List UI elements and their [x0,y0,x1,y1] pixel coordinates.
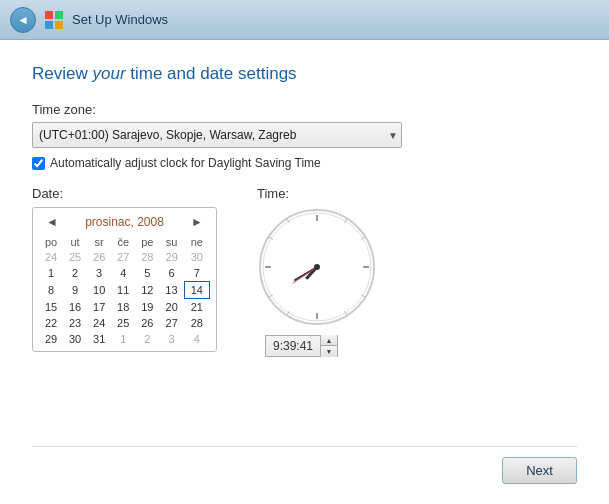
cal-day[interactable]: 3 [87,265,111,282]
time-spinners: ▲ ▼ [320,335,337,357]
cal-day[interactable]: 19 [135,299,159,316]
cal-day[interactable]: 30 [63,331,87,347]
calendar-section: Date: ◄ prosinac, 2008 ► po ut sr če pe [32,186,217,446]
cal-day[interactable]: 3 [159,331,184,347]
cal-day[interactable]: 18 [111,299,135,316]
calendar-grid: po ut sr če pe su ne 24 25 [39,235,210,347]
calendar-header: ◄ prosinac, 2008 ► [39,212,210,232]
cal-day[interactable]: 7 [184,265,209,282]
back-button[interactable]: ◄ [10,7,36,33]
cal-day[interactable]: 24 [39,249,63,265]
cal-day[interactable]: 17 [87,299,111,316]
cal-day[interactable]: 29 [159,249,184,265]
col-header-ut: ut [63,235,87,249]
cal-day[interactable]: 11 [111,282,135,299]
cal-day[interactable]: 16 [63,299,87,316]
cal-day[interactable]: 12 [135,282,159,299]
cal-day[interactable]: 21 [184,299,209,316]
cal-day[interactable]: 30 [184,249,209,265]
cal-day[interactable]: 4 [111,265,135,282]
cal-day[interactable]: 28 [135,249,159,265]
analog-clock [257,207,377,327]
footer: Next [32,446,577,484]
cal-day[interactable]: 28 [184,315,209,331]
cal-day[interactable]: 25 [111,315,135,331]
window-title: Set Up Windows [72,12,168,27]
timezone-label: Time zone: [32,102,577,117]
col-header-po: po [39,235,63,249]
table-row: 24 25 26 27 28 29 30 [39,249,210,265]
table-row: 29 30 31 1 2 3 4 [39,331,210,347]
svg-rect-0 [45,11,53,19]
time-spin-up-button[interactable]: ▲ [321,335,337,346]
col-header-sr: sr [87,235,111,249]
cal-day[interactable]: 29 [39,331,63,347]
time-label: Time: [257,186,289,201]
heading-italic: your [92,64,125,83]
timezone-select[interactable]: (UTC+01:00) Sarajevo, Skopje, Warsaw, Za… [32,122,402,148]
cal-day[interactable]: 23 [63,315,87,331]
cal-day[interactable]: 1 [111,331,135,347]
time-spin-down-button[interactable]: ▼ [321,346,337,357]
next-button[interactable]: Next [502,457,577,484]
cal-day[interactable]: 27 [159,315,184,331]
calendar-day-headers: po ut sr če pe su ne [39,235,210,249]
next-month-button[interactable]: ► [188,215,206,229]
cal-day[interactable]: 15 [39,299,63,316]
time-section: Time: [257,186,377,446]
windows-icon [44,10,64,30]
table-row: 22 23 24 25 26 27 28 [39,315,210,331]
cal-day[interactable]: 24 [87,315,111,331]
dst-row: Automatically adjust clock for Daylight … [32,156,577,170]
col-header-ne: ne [184,235,209,249]
cal-day[interactable]: 5 [135,265,159,282]
table-row: 1 2 3 4 5 6 7 [39,265,210,282]
cal-day[interactable]: 25 [63,249,87,265]
cal-day[interactable]: 27 [111,249,135,265]
col-header-su: su [159,235,184,249]
cal-day[interactable]: 2 [63,265,87,282]
cal-day[interactable]: 9 [63,282,87,299]
time-input-row: 9:39:41 ▲ ▼ [265,335,338,357]
calendar-month-year: prosinac, 2008 [85,215,164,229]
cal-day[interactable]: 4 [184,331,209,347]
col-header-ce: če [111,235,135,249]
svg-rect-1 [55,11,63,19]
table-row: 15 16 17 18 19 20 21 [39,299,210,316]
cal-day[interactable]: 22 [39,315,63,331]
back-icon: ◄ [17,13,29,27]
cal-day[interactable]: 8 [39,282,63,299]
cal-day-selected[interactable]: 14 [184,282,209,299]
main-content: Review your time and date settings Time … [0,40,609,504]
cal-day[interactable]: 2 [135,331,159,347]
cal-day[interactable]: 6 [159,265,184,282]
cal-day[interactable]: 1 [39,265,63,282]
cal-day[interactable]: 26 [135,315,159,331]
page-heading: Review your time and date settings [32,64,577,84]
dst-label: Automatically adjust clock for Daylight … [50,156,321,170]
time-display[interactable]: 9:39:41 [266,339,320,353]
date-label: Date: [32,186,217,201]
dst-checkbox[interactable] [32,157,45,170]
table-row: 8 9 10 11 12 13 14 [39,282,210,299]
datetime-row: Date: ◄ prosinac, 2008 ► po ut sr če pe [32,186,577,446]
calendar: ◄ prosinac, 2008 ► po ut sr če pe su ne [32,207,217,352]
cal-day[interactable]: 26 [87,249,111,265]
col-header-pe: pe [135,235,159,249]
cal-day[interactable]: 13 [159,282,184,299]
cal-day[interactable]: 10 [87,282,111,299]
cal-day[interactable]: 31 [87,331,111,347]
prev-month-button[interactable]: ◄ [43,215,61,229]
title-bar: ◄ Set Up Windows [0,0,609,40]
svg-rect-3 [55,21,63,29]
svg-rect-2 [45,21,53,29]
svg-point-21 [314,264,320,270]
cal-day[interactable]: 20 [159,299,184,316]
time-input-wrapper: 9:39:41 ▲ ▼ [265,335,338,357]
timezone-wrapper: (UTC+01:00) Sarajevo, Skopje, Warsaw, Za… [32,122,402,148]
